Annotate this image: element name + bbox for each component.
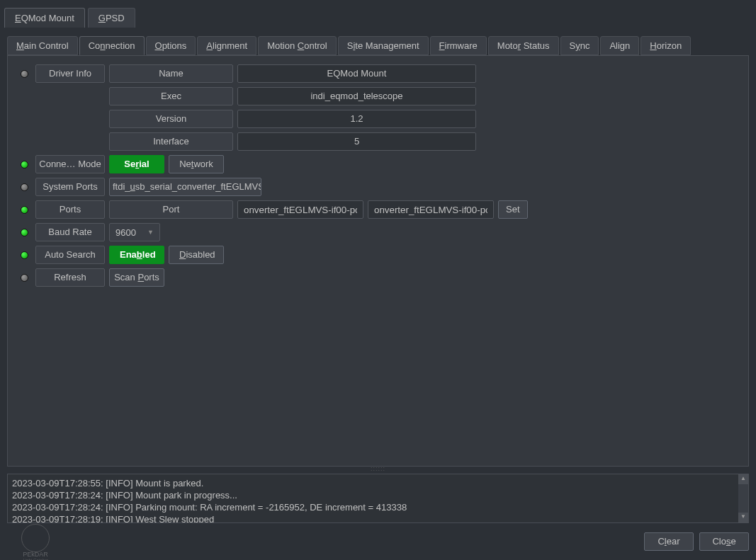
log-line: 2023-03-09T17:28:24: [INFO] Mount park i…: [12, 489, 734, 501]
label-interface: Interface: [109, 132, 233, 151]
baud-value: 9600: [115, 227, 136, 238]
label-baud: Baud Rate: [35, 223, 105, 241]
tab-align[interactable]: Align: [600, 36, 639, 55]
tab-connection[interactable]: Connection: [79, 36, 145, 55]
label-system-ports: System Ports: [35, 178, 105, 196]
btn-disabled[interactable]: Disabled: [169, 246, 224, 264]
tab-site-management[interactable]: Site Management: [338, 36, 429, 55]
scroll-down-icon[interactable]: ▼: [738, 513, 748, 522]
btn-scan-ports[interactable]: Scan Ports: [109, 268, 164, 287]
value-exec: indi_eqmod_telescope: [237, 87, 476, 105]
tab-eqmod-mount[interactable]: EQMod Mount: [4, 8, 85, 28]
label-refresh: Refresh: [35, 268, 105, 287]
tab-main-control[interactable]: Main Control: [7, 36, 78, 55]
label-driver-info: Driver Info: [35, 64, 105, 83]
btn-enabled[interactable]: Enabled: [109, 246, 164, 264]
label-conn-mode: Conne… Mode: [35, 155, 105, 173]
led-auto-search: [21, 251, 28, 259]
bottom-bar: PEkDAR Light Catcher Clear Close: [0, 523, 756, 560]
tab-firmware[interactable]: Firmware: [430, 36, 487, 55]
led-system-ports: [21, 183, 28, 191]
tab-gpsd[interactable]: GPSD: [88, 8, 135, 28]
tab-horizon[interactable]: Horizon: [641, 36, 691, 55]
log-line: 2023-03-09T17:28:55: [INFO] Mount is par…: [12, 477, 734, 489]
tab-motion-control[interactable]: Motion Control: [258, 36, 337, 55]
input-port-1[interactable]: [237, 200, 363, 219]
log-text[interactable]: 2023-03-09T17:28:55: [INFO] Mount is par…: [8, 474, 738, 522]
splitter[interactable]: ::::::: [0, 467, 756, 474]
btn-system-port-value[interactable]: ftdi_usb_serial_converter_ftEGLMVS: [109, 178, 261, 196]
connection-panel: Driver Info Name EQMod Mount Exec indi_e…: [7, 55, 749, 467]
btn-serial[interactable]: Serial: [109, 155, 164, 173]
scrollbar[interactable]: ▲ ▼: [738, 474, 748, 522]
log-line: 2023-03-09T17:28:19: [INFO] West Slew st…: [12, 513, 734, 522]
label-auto-search: Auto Search: [35, 246, 105, 264]
scroll-up-icon[interactable]: ▲: [738, 474, 748, 484]
tab-alignment[interactable]: Alignment: [197, 36, 256, 55]
log-area: 2023-03-09T17:28:55: [INFO] Mount is par…: [7, 474, 749, 523]
label-version: Version: [109, 110, 233, 128]
tab-options[interactable]: Options: [146, 36, 196, 55]
input-port-2[interactable]: [368, 200, 494, 219]
label-name: Name: [109, 64, 233, 83]
value-interface: 5: [237, 132, 476, 151]
led-conn-mode: [21, 161, 28, 168]
chevron-down-icon: ▼: [147, 229, 154, 236]
value-name: EQMod Mount: [237, 64, 476, 83]
value-version: 1.2: [237, 110, 476, 128]
btn-clear[interactable]: Clear: [644, 532, 694, 551]
btn-set[interactable]: Set: [498, 200, 528, 219]
btn-network[interactable]: Network: [169, 155, 224, 173]
label-ports: Ports: [35, 200, 105, 219]
select-baud[interactable]: 9600 ▼: [109, 223, 160, 241]
led-baud: [21, 229, 28, 236]
log-line: 2023-03-09T17:28:24: [INFO] Parking moun…: [12, 501, 734, 513]
led-driver-info: [21, 70, 28, 78]
btn-close[interactable]: Close: [699, 532, 749, 551]
label-port: Port: [109, 200, 233, 219]
tab-motor-status[interactable]: Motor Status: [488, 36, 559, 55]
led-refresh: [21, 274, 28, 282]
tab-sync[interactable]: Sync: [560, 36, 599, 55]
logo: PEkDAR Light Catcher: [14, 527, 57, 558]
label-exec: Exec: [109, 87, 233, 105]
led-ports: [21, 206, 28, 214]
